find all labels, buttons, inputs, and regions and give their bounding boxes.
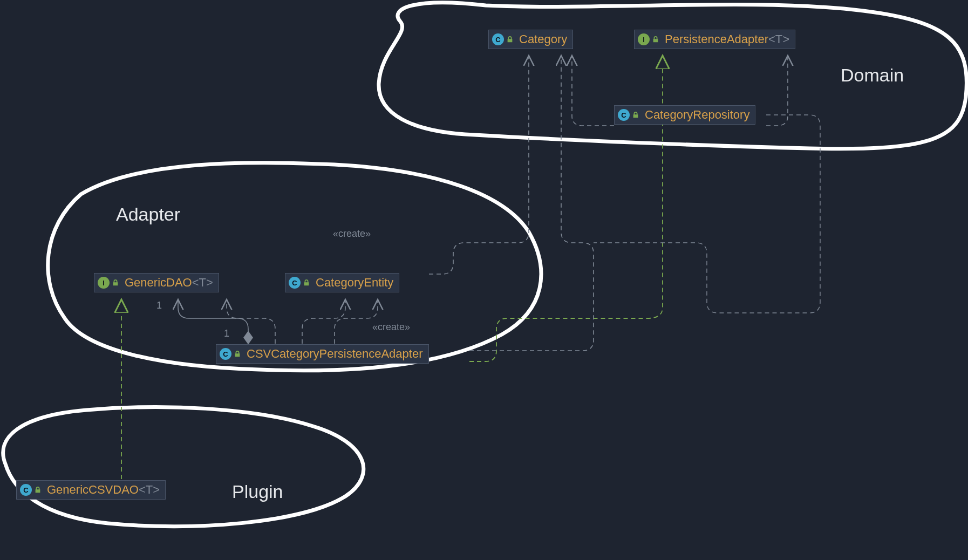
class-label: Category [519,32,567,46]
lock-icon [303,279,310,286]
region-label-plugin: Plugin [232,481,283,502]
class-category[interactable]: C Category [488,30,573,49]
edge-categoryentity-category-create [429,56,529,274]
region-label-adapter: Adapter [116,204,180,225]
edge-csvadapter-persistenceadapter [469,56,663,361]
lock-icon [506,36,514,43]
interface-badge-icon: I [98,277,110,289]
class-label: GenericDAO<T> [125,276,213,290]
lock-icon [652,36,659,43]
class-badge-icon: C [220,348,231,360]
edge-categoryrepo-persistenceadapter [766,56,788,126]
edge-csvadapter-categoryentity-dep [302,299,345,344]
edge-csvadapter-genericdao-aggregation [178,299,248,344]
class-label: PersistenceAdapter<T> [665,32,789,46]
edge-label-create-2: «create» [372,322,410,333]
class-csv-category-persistence-adapter[interactable]: C CSVCategoryPersistenceAdapter [216,344,429,364]
lock-icon [34,486,42,494]
multiplicity-1b: 1 [224,328,229,339]
class-badge-icon: C [289,277,301,289]
interface-badge-icon: I [638,33,650,45]
class-generic-csv-dao[interactable]: C GenericCSVDAO<T> [16,480,166,500]
class-label: GenericCSVDAO<T> [47,483,160,497]
edge-csvadapter-categoryentity-create [335,299,378,344]
multiplicity-1a: 1 [156,300,162,311]
lock-icon [632,111,639,119]
class-category-repository[interactable]: C CategoryRepository [614,105,755,125]
edge-categoryrepo-persistenceadapter-ext [594,115,820,313]
interface-generic-dao[interactable]: I GenericDAO<T> [94,273,219,292]
region-outline-plugin [3,407,364,527]
diagram-canvas: Domain Adapter Plugin «create» «create» … [0,0,968,560]
region-outline-adapter [48,163,541,371]
lock-icon [234,350,241,358]
region-label-domain: Domain [841,65,904,86]
class-label: CategoryRepository [645,108,749,122]
class-category-entity[interactable]: C CategoryEntity [285,273,399,292]
edge-label-create-1: «create» [333,228,371,240]
class-label: CSVCategoryPersistenceAdapter [247,347,423,361]
class-label: CategoryEntity [316,276,393,290]
edge-csvadapter-genericdao-dep [227,299,275,344]
interface-persistence-adapter[interactable]: I PersistenceAdapter<T> [634,30,795,49]
edge-csvadapter-category [469,56,594,351]
class-badge-icon: C [20,484,32,496]
class-badge-icon: C [618,109,630,121]
class-badge-icon: C [492,33,504,45]
edge-categoryrepo-category [572,56,614,126]
lock-icon [112,279,119,286]
